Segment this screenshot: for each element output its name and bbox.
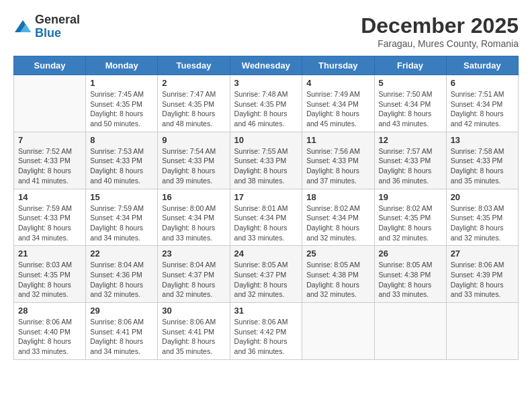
- day-info: Sunrise: 8:06 AM Sunset: 4:39 PM Dayligh…: [451, 260, 514, 300]
- day-header-tuesday: Tuesday: [158, 56, 230, 75]
- day-number: 26: [379, 248, 442, 259]
- calendar-cell: 25Sunrise: 8:05 AM Sunset: 4:38 PM Dayli…: [302, 246, 374, 303]
- calendar-cell: [302, 303, 374, 360]
- day-info: Sunrise: 7:45 AM Sunset: 4:35 PM Dayligh…: [90, 89, 153, 129]
- calendar-cell: 9Sunrise: 7:54 AM Sunset: 4:33 PM Daylig…: [158, 132, 230, 189]
- day-number: 28: [18, 306, 81, 316]
- calendar-week-2: 7Sunrise: 7:52 AM Sunset: 4:33 PM Daylig…: [14, 132, 519, 189]
- calendar-cell: 16Sunrise: 8:00 AM Sunset: 4:34 PM Dayli…: [158, 189, 230, 246]
- day-number: 11: [306, 135, 369, 145]
- day-number: 3: [234, 78, 298, 88]
- calendar-cell: 17Sunrise: 8:01 AM Sunset: 4:34 PM Dayli…: [230, 189, 302, 246]
- day-info: Sunrise: 7:47 AM Sunset: 4:35 PM Dayligh…: [162, 89, 225, 129]
- day-number: 6: [451, 78, 514, 88]
- calendar-cell: 26Sunrise: 8:05 AM Sunset: 4:38 PM Dayli…: [374, 246, 446, 303]
- calendar-cell: 4Sunrise: 7:49 AM Sunset: 4:34 PM Daylig…: [302, 75, 374, 132]
- calendar-cell: 28Sunrise: 8:06 AM Sunset: 4:40 PM Dayli…: [14, 303, 86, 360]
- calendar-week-1: 1Sunrise: 7:45 AM Sunset: 4:35 PM Daylig…: [14, 75, 519, 132]
- day-info: Sunrise: 8:05 AM Sunset: 4:38 PM Dayligh…: [306, 260, 369, 300]
- day-header-friday: Friday: [374, 56, 446, 75]
- calendar-cell: 14Sunrise: 7:59 AM Sunset: 4:33 PM Dayli…: [14, 189, 86, 246]
- day-info: Sunrise: 8:06 AM Sunset: 4:40 PM Dayligh…: [18, 317, 81, 357]
- day-info: Sunrise: 7:55 AM Sunset: 4:33 PM Dayligh…: [234, 146, 298, 186]
- month-title: December 2025: [361, 13, 519, 38]
- title-section: December 2025 Faragau, Mures County, Rom…: [361, 13, 519, 49]
- day-number: 10: [234, 135, 298, 145]
- calendar-cell: 5Sunrise: 7:50 AM Sunset: 4:34 PM Daylig…: [374, 75, 446, 132]
- calendar-cell: 23Sunrise: 8:04 AM Sunset: 4:37 PM Dayli…: [158, 246, 230, 303]
- day-info: Sunrise: 8:01 AM Sunset: 4:34 PM Dayligh…: [234, 203, 298, 243]
- calendar-cell: 22Sunrise: 8:04 AM Sunset: 4:36 PM Dayli…: [86, 246, 158, 303]
- day-info: Sunrise: 7:59 AM Sunset: 4:33 PM Dayligh…: [18, 203, 81, 243]
- calendar-cell: 20Sunrise: 8:03 AM Sunset: 4:35 PM Dayli…: [446, 189, 518, 246]
- day-info: Sunrise: 8:03 AM Sunset: 4:35 PM Dayligh…: [451, 203, 514, 243]
- day-number: 7: [18, 135, 81, 145]
- day-info: Sunrise: 8:00 AM Sunset: 4:34 PM Dayligh…: [162, 203, 225, 243]
- day-info: Sunrise: 8:03 AM Sunset: 4:35 PM Dayligh…: [18, 260, 81, 300]
- day-number: 18: [306, 192, 369, 202]
- calendar-cell: 6Sunrise: 7:51 AM Sunset: 4:34 PM Daylig…: [446, 75, 518, 132]
- calendar-cell: 18Sunrise: 8:02 AM Sunset: 4:34 PM Dayli…: [302, 189, 374, 246]
- day-info: Sunrise: 8:02 AM Sunset: 4:34 PM Dayligh…: [306, 203, 369, 243]
- day-number: 12: [379, 135, 442, 145]
- day-info: Sunrise: 8:02 AM Sunset: 4:35 PM Dayligh…: [379, 203, 442, 243]
- calendar-cell: [14, 75, 86, 132]
- day-number: 21: [18, 248, 81, 259]
- day-info: Sunrise: 7:50 AM Sunset: 4:34 PM Dayligh…: [379, 89, 442, 129]
- calendar-cell: 8Sunrise: 7:53 AM Sunset: 4:33 PM Daylig…: [86, 132, 158, 189]
- day-info: Sunrise: 7:51 AM Sunset: 4:34 PM Dayligh…: [451, 89, 514, 129]
- day-info: Sunrise: 8:04 AM Sunset: 4:36 PM Dayligh…: [90, 260, 153, 300]
- calendar-cell: 30Sunrise: 8:06 AM Sunset: 4:41 PM Dayli…: [158, 303, 230, 360]
- location-subtitle: Faragau, Mures County, Romania: [361, 38, 519, 49]
- calendar-cell: 31Sunrise: 8:06 AM Sunset: 4:42 PM Dayli…: [230, 303, 302, 360]
- calendar-cell: 10Sunrise: 7:55 AM Sunset: 4:33 PM Dayli…: [230, 132, 302, 189]
- logo-icon: [13, 17, 32, 36]
- day-info: Sunrise: 7:52 AM Sunset: 4:33 PM Dayligh…: [18, 146, 81, 186]
- day-info: Sunrise: 8:04 AM Sunset: 4:37 PM Dayligh…: [162, 260, 225, 300]
- calendar-cell: 2Sunrise: 7:47 AM Sunset: 4:35 PM Daylig…: [158, 75, 230, 132]
- day-info: Sunrise: 7:56 AM Sunset: 4:33 PM Dayligh…: [306, 146, 369, 186]
- day-number: 20: [451, 192, 514, 202]
- day-info: Sunrise: 8:05 AM Sunset: 4:38 PM Dayligh…: [379, 260, 442, 300]
- day-number: 27: [451, 248, 514, 259]
- calendar-cell: 24Sunrise: 8:05 AM Sunset: 4:37 PM Dayli…: [230, 246, 302, 303]
- calendar-cell: 13Sunrise: 7:58 AM Sunset: 4:33 PM Dayli…: [446, 132, 518, 189]
- calendar-cell: 3Sunrise: 7:48 AM Sunset: 4:35 PM Daylig…: [230, 75, 302, 132]
- day-number: 2: [162, 78, 225, 88]
- day-info: Sunrise: 7:53 AM Sunset: 4:33 PM Dayligh…: [90, 146, 153, 186]
- calendar-cell: 7Sunrise: 7:52 AM Sunset: 4:33 PM Daylig…: [14, 132, 86, 189]
- day-number: 9: [162, 135, 225, 145]
- day-header-saturday: Saturday: [446, 56, 518, 75]
- day-number: 1: [90, 78, 153, 88]
- calendar-cell: 12Sunrise: 7:57 AM Sunset: 4:33 PM Dayli…: [374, 132, 446, 189]
- calendar-cell: [446, 303, 518, 360]
- logo-blue: Blue: [35, 27, 80, 40]
- day-number: 23: [162, 248, 225, 259]
- day-number: 4: [306, 78, 369, 88]
- day-number: 29: [90, 306, 153, 316]
- day-number: 30: [162, 306, 225, 316]
- calendar-cell: 15Sunrise: 7:59 AM Sunset: 4:34 PM Dayli…: [86, 189, 158, 246]
- calendar-cell: 11Sunrise: 7:56 AM Sunset: 4:33 PM Dayli…: [302, 132, 374, 189]
- day-info: Sunrise: 8:06 AM Sunset: 4:41 PM Dayligh…: [90, 317, 153, 357]
- day-number: 15: [90, 192, 153, 202]
- day-info: Sunrise: 7:49 AM Sunset: 4:34 PM Dayligh…: [306, 89, 369, 129]
- day-number: 22: [90, 248, 153, 259]
- day-info: Sunrise: 7:54 AM Sunset: 4:33 PM Dayligh…: [162, 146, 225, 186]
- day-number: 31: [234, 306, 298, 316]
- day-number: 25: [306, 248, 369, 259]
- logo-text: General Blue: [35, 13, 80, 40]
- calendar-cell: 1Sunrise: 7:45 AM Sunset: 4:35 PM Daylig…: [86, 75, 158, 132]
- day-number: 13: [451, 135, 514, 145]
- calendar-cell: 19Sunrise: 8:02 AM Sunset: 4:35 PM Dayli…: [374, 189, 446, 246]
- day-info: Sunrise: 8:06 AM Sunset: 4:42 PM Dayligh…: [234, 317, 298, 357]
- logo-general: General: [35, 13, 80, 27]
- page-header: General Blue December 2025 Faragau, Mure…: [13, 13, 519, 49]
- day-info: Sunrise: 7:57 AM Sunset: 4:33 PM Dayligh…: [379, 146, 442, 186]
- calendar-table: SundayMondayTuesdayWednesdayThursdayFrid…: [13, 56, 519, 360]
- calendar-cell: [374, 303, 446, 360]
- calendar-cell: 27Sunrise: 8:06 AM Sunset: 4:39 PM Dayli…: [446, 246, 518, 303]
- day-number: 8: [90, 135, 153, 145]
- calendar-week-3: 14Sunrise: 7:59 AM Sunset: 4:33 PM Dayli…: [14, 189, 519, 246]
- day-number: 14: [18, 192, 81, 202]
